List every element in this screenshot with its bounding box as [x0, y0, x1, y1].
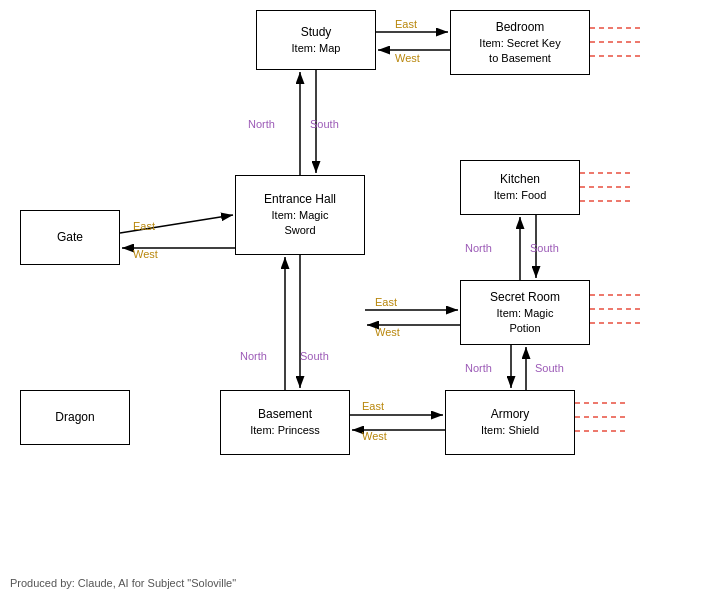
label-east-entrance: East	[375, 296, 397, 308]
label-south-kitchen: South	[530, 242, 559, 254]
room-secret: Secret Room Item: Magic Potion	[460, 280, 590, 345]
label-east-study: East	[395, 18, 417, 30]
room-kitchen: Kitchen Item: Food	[460, 160, 580, 215]
label-south-entrance: South	[300, 350, 329, 362]
label-north-armory: North	[465, 362, 492, 374]
label-west-secret: West	[375, 326, 400, 338]
label-south-secret: South	[535, 362, 564, 374]
arrows-svg	[0, 0, 727, 597]
label-north-basement: North	[240, 350, 267, 362]
room-study: Study Item: Map	[256, 10, 376, 70]
room-basement: Basement Item: Princess	[220, 390, 350, 455]
diagram: Study Item: Map Bedroom Item: Secret Key…	[0, 0, 727, 597]
label-east-basement: East	[362, 400, 384, 412]
room-entrance: Entrance Hall Item: Magic Sword	[235, 175, 365, 255]
label-west-bedroom: West	[395, 52, 420, 64]
label-north-secret: North	[465, 242, 492, 254]
room-gate: Gate	[20, 210, 120, 265]
room-bedroom: Bedroom Item: Secret Key to Basement	[450, 10, 590, 75]
footer-text: Produced by: Claude, AI for Subject "Sol…	[10, 577, 236, 589]
label-south-study: South	[310, 118, 339, 130]
label-west-entrance: West	[133, 248, 158, 260]
label-north-entrance: North	[248, 118, 275, 130]
room-armory: Armory Item: Shield	[445, 390, 575, 455]
label-west-armory: West	[362, 430, 387, 442]
room-dragon: Dragon	[20, 390, 130, 445]
label-east-gate: East	[133, 220, 155, 232]
